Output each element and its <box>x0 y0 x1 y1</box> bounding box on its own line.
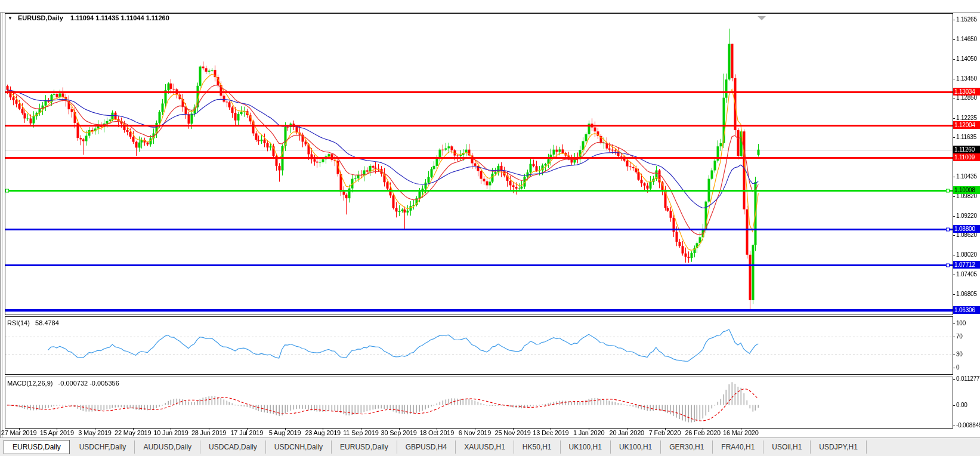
date-label: 10 Jun 2019 <box>153 429 188 436</box>
price-tick: 1.13450 <box>956 75 980 82</box>
tab-usdcad-daily[interactable]: USDCAD,Daily <box>200 440 266 454</box>
macd-values: -0.000732 -0.005356 <box>58 380 119 387</box>
rsi-scale-tick: 0 <box>956 364 980 371</box>
tab-usdjpy-h1[interactable]: USDJPY,H1 <box>811 440 866 454</box>
macd-scale-tick: 0.011277 <box>956 375 980 383</box>
date-label: 17 Jul 2019 <box>230 429 263 436</box>
chart-ohlc-values: 1.11094 1.11435 1.11044 1.11260 <box>70 14 169 21</box>
tab-usdchf-daily[interactable]: USDCHF,Daily <box>71 440 135 454</box>
macd-scale-tick: -0.008845 <box>956 422 980 429</box>
tab-eurusd-daily[interactable]: EURUSD,Daily <box>4 440 70 454</box>
date-label: 7 Feb 2020 <box>649 429 681 436</box>
tab-eurusd-daily[interactable]: EURUSD,Daily <box>332 440 397 454</box>
price-tick: 1.09220 <box>956 212 980 220</box>
date-label: 13 Dec 2019 <box>533 429 568 436</box>
price-level-label: 1.10008 <box>953 186 980 194</box>
tab-ger30-h1[interactable]: GER30,H1 <box>661 440 713 454</box>
chart-title: ▼ EURUSD,Daily 1.11094 1.11435 1.11044 1… <box>8 14 169 21</box>
price-tick: 1.09820 <box>956 193 980 200</box>
price-tick: 1.14650 <box>956 36 980 43</box>
date-label: 22 May 2019 <box>115 429 151 436</box>
window-menu-icon[interactable]: ▼ <box>8 16 13 21</box>
rsi-scale-tick: 30 <box>956 351 980 358</box>
date-label: 20 Jan 2020 <box>610 429 644 436</box>
price-tick: 1.11635 <box>956 134 980 141</box>
chart-canvas[interactable] <box>0 0 980 456</box>
chart-tab-bar: EURUSD,DailyUSDCHF,DailyAUDUSD,DailyUSDC… <box>0 437 980 456</box>
rsi-scale-tick: 70 <box>956 333 980 340</box>
rsi-label: RSI(14) 58.4784 <box>7 319 59 326</box>
price-level-label: 1.12004 <box>953 121 980 129</box>
date-label: 3 May 2019 <box>78 429 111 436</box>
price-level-label: 1.06306 <box>953 306 980 314</box>
macd-scale-tick: 0.00 <box>956 402 980 409</box>
date-label: 26 Feb 2020 <box>685 429 721 436</box>
rsi-scale-tick: 100 <box>956 320 980 327</box>
date-label: 16 Mar 2020 <box>723 429 759 436</box>
tab-hk50-h1[interactable]: HK50,H1 <box>514 440 561 454</box>
price-level-label: 1.11009 <box>953 153 980 161</box>
chart-symbol-label: EURUSD,Daily <box>18 14 63 21</box>
price-tick: 1.15265 <box>956 16 980 23</box>
date-label: 27 Mar 2019 <box>1 429 37 436</box>
price-tick: 1.14050 <box>956 56 980 63</box>
price-tick: 1.06805 <box>956 291 980 298</box>
price-tick: 1.07405 <box>956 271 980 278</box>
date-label: 30 Sep 2019 <box>381 429 416 436</box>
tab-uk100-h1[interactable]: UK100,H1 <box>561 440 611 454</box>
price-level-label: 1.11260 <box>953 146 980 153</box>
price-tick: 1.10435 <box>956 173 980 180</box>
tab-xauusd-h1[interactable]: XAUUSD,H1 <box>456 440 514 454</box>
price-level-label: 1.13034 <box>953 88 980 95</box>
date-label: 5 Aug 2019 <box>269 429 301 436</box>
price-tick: 1.12235 <box>956 115 980 122</box>
date-label: 28 Jun 2019 <box>191 429 226 436</box>
tab-gbpusd-h4[interactable]: GBPUSD,H4 <box>397 440 456 454</box>
tab-usdcnh-daily[interactable]: USDCNH,Daily <box>266 440 332 454</box>
rsi-value: 58.4784 <box>35 319 59 326</box>
price-level-label: 1.07712 <box>953 261 980 269</box>
tab-audusd-daily[interactable]: AUDUSD,Daily <box>135 440 200 454</box>
date-label: 18 Oct 2019 <box>419 429 454 436</box>
tab-usoil-h1[interactable]: USOil,H1 <box>763 440 811 454</box>
date-label: 15 Apr 2019 <box>40 429 74 436</box>
date-label: 23 Aug 2019 <box>305 429 341 436</box>
macd-label: MACD(12,26,9) -0.000732 -0.005356 <box>7 380 119 387</box>
date-label: 6 Nov 2019 <box>459 429 491 436</box>
price-level-label: 1.08800 <box>953 225 980 233</box>
date-label: 11 Sep 2019 <box>343 429 378 436</box>
price-tick: 1.08020 <box>956 251 980 258</box>
tab-uk100-h1[interactable]: UK100,H1 <box>611 440 661 454</box>
date-label: 1 Jan 2020 <box>573 429 604 436</box>
tab-fra40-h1[interactable]: FRA40,H1 <box>713 440 763 454</box>
date-label: 25 Nov 2019 <box>495 429 531 436</box>
